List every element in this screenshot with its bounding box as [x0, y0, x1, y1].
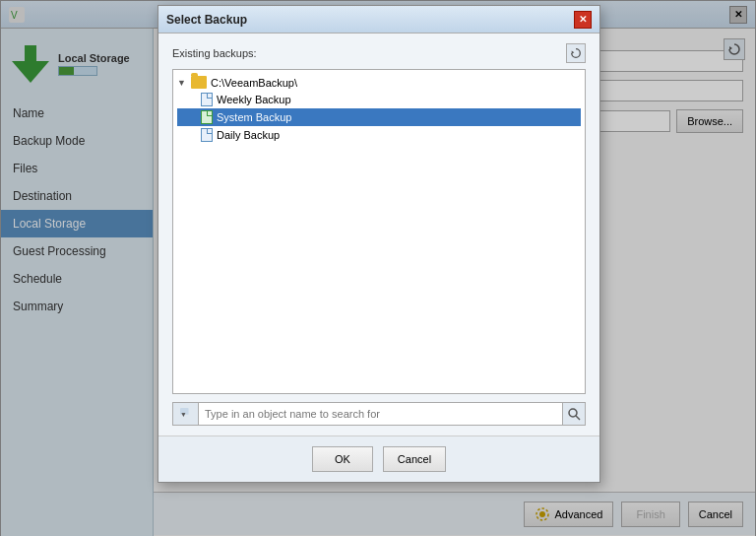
tree-toggle: ▼ — [177, 78, 187, 88]
modal-footer: OK Cancel — [158, 436, 599, 482]
existing-backups-text: Existing backups: — [172, 47, 257, 59]
modal-refresh-icon — [570, 47, 582, 59]
tree-item-daily[interactable]: Daily Backup — [177, 126, 581, 144]
existing-backups-label: Existing backups: — [172, 43, 586, 63]
svg-text:▼: ▼ — [180, 411, 187, 418]
modal-titlebar: Select Backup ✕ — [158, 6, 599, 34]
svg-point-10 — [569, 409, 577, 417]
svg-marker-7 — [572, 50, 575, 53]
search-icon-button[interactable]: ▼ — [172, 402, 198, 426]
modal-overlay: Select Backup ✕ Existing backups: ▼ — [0, 0, 756, 536]
ok-button[interactable]: OK — [312, 446, 373, 472]
daily-backup-icon — [201, 128, 213, 142]
modal-refresh-button[interactable] — [566, 43, 586, 63]
cancel-button[interactable]: Cancel — [383, 446, 446, 472]
tree-item-system[interactable]: System Backup — [177, 108, 581, 126]
search-type-icon: ▼ — [180, 408, 192, 420]
folder-icon — [191, 76, 207, 89]
weekly-backup-label: Weekly Backup — [217, 94, 291, 105]
tree-item-weekly[interactable]: Weekly Backup — [177, 91, 581, 108]
root-folder[interactable]: ▼ C:\VeeamBackup\ — [177, 74, 581, 91]
daily-backup-label: Daily Backup — [217, 129, 280, 141]
search-go-button[interactable] — [562, 402, 586, 426]
modal-close-button[interactable]: ✕ — [574, 11, 592, 29]
backup-tree[interactable]: ▼ C:\VeeamBackup\ Weekly Backup System B… — [172, 69, 586, 394]
weekly-backup-icon — [201, 93, 213, 106]
modal-body: Existing backups: ▼ C:\VeeamBackup\ — [158, 34, 599, 436]
search-row: ▼ — [172, 402, 586, 426]
svg-line-11 — [576, 416, 580, 420]
modal-title: Select Backup — [166, 13, 247, 27]
select-backup-modal: Select Backup ✕ Existing backups: ▼ — [158, 5, 600, 483]
root-folder-label: C:\VeeamBackup\ — [211, 77, 297, 89]
system-backup-label: System Backup — [217, 111, 291, 123]
search-input[interactable] — [198, 402, 562, 426]
system-backup-icon — [201, 110, 213, 124]
magnifier-icon — [567, 407, 581, 421]
